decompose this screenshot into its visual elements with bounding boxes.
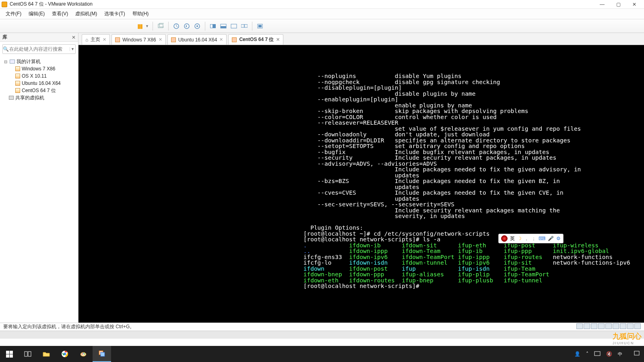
vm-icon (115, 37, 120, 42)
gear-icon[interactable]: ⚙ (556, 236, 561, 241)
library-search: 🔍 ▼ (0, 42, 78, 56)
svg-rect-11 (241, 25, 244, 27)
tree-vm-item[interactable]: Windows 7 X86 (2, 65, 78, 72)
ime-logo-icon (501, 235, 508, 242)
app-icon (2, 2, 7, 7)
system-tray: 👤 ˄ 🔇 中 (574, 350, 644, 358)
status-hint: 要将输入定向到该虚拟机，请在虚拟机内部单击或按 Ctrl+G。 (3, 323, 134, 330)
svg-rect-0 (158, 24, 163, 28)
window-title: CentOS 64 7 位 - VMware Workstation (10, 1, 594, 8)
tree-vm-item[interactable]: CentOS 64 7 位 (2, 87, 78, 94)
svg-point-20 (82, 354, 83, 354)
vmware-status-bar: 要将输入定向到该虚拟机，请在虚拟机内部单击或按 Ctrl+G。 (0, 323, 644, 331)
tray-network-icon[interactable] (594, 350, 601, 358)
toolbar: ▮▮ ▼ (0, 19, 644, 33)
chrome-button[interactable] (56, 346, 74, 362)
view-thumbnail-button[interactable] (255, 21, 265, 31)
snapshot-take-button[interactable] (171, 21, 182, 31)
tray-volume-icon[interactable]: 🔇 (606, 351, 612, 357)
view-unity-button[interactable] (218, 21, 229, 31)
send-ctrlaltdel-button[interactable] (155, 21, 166, 31)
svg-point-5 (196, 25, 198, 27)
vm-tab[interactable]: Ubuntu 16.04 X64✕ (167, 34, 227, 45)
home-icon: ⌂ (85, 37, 88, 43)
svg-rect-26 (634, 351, 639, 355)
tab-close-button[interactable]: ✕ (219, 37, 223, 42)
menu-item[interactable]: 文件(F) (2, 9, 25, 19)
tab-strip: ⌂主页✕Windows 7 X86✕Ubuntu 16.04 X64✕CentO… (78, 33, 644, 45)
tray-ime-icon[interactable]: 中 (618, 351, 622, 357)
vmware-taskbar-button[interactable] (93, 346, 111, 362)
taskview-button[interactable] (19, 346, 37, 362)
vm-tab[interactable]: Windows 7 X86✕ (111, 34, 165, 45)
minimize-button[interactable]: ― (594, 0, 610, 8)
close-button[interactable]: ✕ (626, 0, 642, 8)
vm-tab[interactable]: ⌂主页✕ (82, 34, 110, 45)
file-explorer-button[interactable] (37, 346, 56, 362)
library-title: 库 (2, 34, 7, 41)
library-search-input[interactable] (9, 46, 70, 52)
start-button[interactable] (0, 346, 19, 362)
svg-rect-12 (244, 25, 248, 27)
svg-point-22 (84, 354, 85, 354)
power-dropdown[interactable]: ▼ (145, 24, 150, 28)
tree-root-mycomputer[interactable]: ⊟我的计算机 (2, 58, 78, 65)
svg-point-21 (83, 353, 84, 354)
library-header: 库 ✕ (0, 33, 78, 42)
pause-vm-button[interactable]: ▮▮ (135, 21, 145, 31)
library-close-button[interactable]: ✕ (72, 35, 76, 40)
view-console-button[interactable] (208, 21, 218, 31)
menu-item[interactable]: 选项卡(T) (101, 9, 129, 19)
svg-rect-9 (221, 26, 226, 28)
watermark-logo: 九狐问心JIUHUCN (613, 331, 642, 345)
search-icon: 🔍 (3, 46, 9, 52)
view-multimonitor-button[interactable] (239, 21, 250, 31)
tab-close-button[interactable]: ✕ (276, 37, 280, 42)
svg-rect-25 (594, 352, 600, 356)
menu-item[interactable]: 虚拟机(M) (72, 9, 101, 19)
vm-icon (232, 37, 237, 42)
keyboard-icon[interactable]: ⌨ (539, 236, 545, 241)
action-center-icon[interactable] (634, 350, 640, 358)
snapshot-revert-button[interactable] (182, 21, 192, 31)
background-app-strip (0, 331, 644, 339)
tree-vm-item[interactable]: OS X 10.11 (2, 72, 78, 80)
ime-mode-label[interactable]: 英 (510, 235, 515, 242)
device-status-icons[interactable] (576, 323, 641, 330)
menu-item[interactable]: 查看(V) (49, 9, 72, 19)
library-tree: ⊟我的计算机 Windows 7 X86OS X 10.11Ubuntu 16.… (0, 56, 78, 103)
svg-rect-7 (211, 25, 213, 28)
windows-taskbar: 👤 ˄ 🔇 中 (0, 346, 644, 362)
tab-close-button[interactable]: ✕ (103, 37, 106, 42)
paint-button[interactable] (74, 346, 93, 362)
library-panel: 库 ✕ 🔍 ▼ ⊟我的计算机 Windows 7 X86OS X 10.11Ub… (0, 33, 78, 323)
vm-view: ⌂主页✕Windows 7 X86✕Ubuntu 16.04 X64✕CentO… (78, 33, 644, 323)
svg-rect-14 (258, 25, 262, 27)
tray-overflow-icon[interactable]: ˄ (586, 351, 588, 357)
svg-rect-10 (231, 24, 237, 28)
tab-close-button[interactable]: ✕ (159, 37, 162, 42)
moon-icon[interactable]: ☽ (517, 236, 522, 241)
tree-vm-item[interactable]: Ubuntu 16.04 X64 (2, 80, 78, 87)
svg-rect-15 (25, 352, 27, 356)
svg-rect-24 (101, 352, 105, 356)
window-titlebar: CentOS 64 7 位 - VMware Workstation ― ▢ ✕ (0, 0, 644, 9)
vm-console[interactable]: --noplugins disable Yum plugins --nogpgc… (78, 45, 644, 323)
svg-rect-16 (28, 352, 31, 356)
ime-toolbar[interactable]: 英 ☽ ， ； ⌨ 🎤 ⚙ (498, 234, 564, 243)
menu-item[interactable]: 编辑(E) (25, 9, 49, 19)
menu-item[interactable]: 帮助(H) (129, 9, 153, 19)
vm-icon (171, 37, 176, 42)
maximize-button[interactable]: ▢ (610, 0, 626, 8)
tray-people-icon[interactable]: 👤 (574, 351, 580, 357)
mic-icon[interactable]: 🎤 (548, 236, 554, 241)
menu-bar: 文件(F)编辑(E)查看(V)虚拟机(M)选项卡(T)帮助(H) (0, 9, 644, 19)
vm-tab[interactable]: CentOS 64 7 位✕ (228, 34, 283, 45)
tree-shared-vms[interactable]: 共享的虚拟机 (2, 94, 78, 101)
search-dropdown[interactable]: ▼ (70, 47, 75, 51)
view-fullscreen-button[interactable] (229, 21, 239, 31)
snapshot-manager-button[interactable] (192, 21, 202, 31)
